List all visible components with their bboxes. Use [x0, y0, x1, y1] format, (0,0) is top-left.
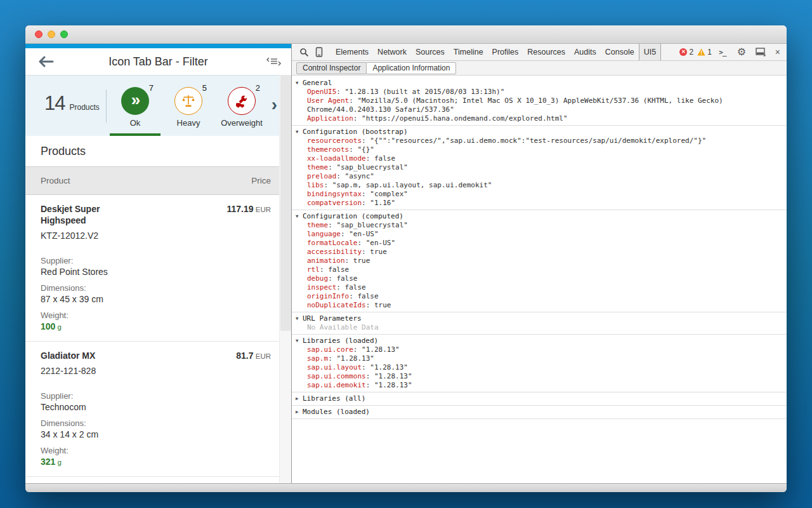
property-value: "https://openui5.hana.ondemand.com/explo…	[362, 114, 568, 123]
property-value: true	[370, 248, 387, 256]
section-header[interactable]: ▼Configuration (computed)	[292, 211, 787, 221]
property-value: "1.28.13"	[374, 372, 412, 380]
error-count-badge[interactable]: ✕ 2	[679, 48, 693, 57]
property-row: sap.ui.commons: "1.28.13"	[292, 372, 787, 381]
price-amount: 117.19	[226, 204, 253, 214]
section-header[interactable]: ▼Configuration (bootstrap)	[292, 127, 787, 137]
table-column-headers: Product Price	[25, 166, 291, 195]
close-devtools-button[interactable]: ×	[773, 47, 783, 57]
error-count: 2	[689, 48, 693, 57]
section-configuration-bootstrap: ▼Configuration (bootstrap)resourceroots:…	[292, 126, 787, 210]
property-value: "1.16"	[370, 199, 395, 207]
property-row: rtl: false	[292, 265, 787, 274]
property-key: preload	[307, 172, 336, 180]
back-button[interactable]	[38, 54, 56, 69]
device-mode-button[interactable]	[312, 46, 326, 58]
section-header[interactable]: ▶Libraries (all)	[292, 394, 787, 403]
property-row: compatversion: "1.16"	[292, 199, 787, 208]
devtools-tab-network[interactable]: Network	[373, 44, 411, 60]
property-row: Application: "https://openui5.hana.ondem…	[292, 114, 787, 123]
property-colon: :	[345, 257, 353, 265]
devtools-tab-sources[interactable]: Sources	[411, 44, 449, 60]
devtools-tabs: ElementsNetworkSourcesTimelineProfilesRe…	[331, 44, 661, 60]
product-list-item[interactable]: Deskjet Super Highspeed117.19 EURKTZ-120…	[25, 195, 291, 342]
warning-count-badge[interactable]: 1	[697, 48, 712, 57]
app-scrollbar-thumb[interactable]	[280, 75, 291, 331]
filter-tab-ok[interactable]: »7Ok	[108, 76, 162, 136]
property-key: User Agent	[307, 97, 349, 105]
section-title: Modules (loaded)	[303, 408, 370, 416]
weight-label: Weight:	[41, 445, 271, 456]
devtools-tab-timeline[interactable]: Timeline	[449, 44, 488, 60]
zoom-window-button[interactable]	[60, 30, 68, 38]
property-colon: :	[362, 137, 370, 145]
toggle-console-drawer-button[interactable]: >_	[716, 46, 730, 58]
inspect-element-button[interactable]	[297, 46, 311, 58]
filter-tab-all-products[interactable]: 14 Products	[44, 92, 100, 115]
dimensions-value: 34 x 14 x 2 cm	[41, 429, 271, 441]
devtools-tab-profiles[interactable]: Profiles	[488, 44, 523, 60]
property-colon: :	[324, 181, 332, 189]
dimensions-label: Dimensions:	[41, 418, 271, 429]
property-key: sap.ui.commons	[307, 372, 366, 380]
property-row: User Agent: "Mozilla/5.0 (Macintosh; Int…	[292, 97, 787, 114]
minimize-window-button[interactable]	[48, 30, 55, 38]
product-list: Deskjet Super Highspeed117.19 EURKTZ-120…	[25, 195, 291, 483]
property-key: Application	[307, 114, 353, 123]
devtools-tab-elements[interactable]: Elements	[331, 44, 373, 60]
devtools-tab-resources[interactable]: Resources	[523, 44, 570, 60]
property-key: inspect	[307, 283, 336, 291]
dock-side-button[interactable]	[754, 46, 768, 58]
disclosure-triangle-icon: ▶	[296, 394, 303, 403]
property-value: "en-US"	[366, 239, 395, 247]
property-colon: :	[366, 381, 374, 389]
hide-show-panel-button[interactable]	[265, 55, 282, 69]
scale-icon	[181, 93, 196, 109]
section-header[interactable]: ▼General	[292, 78, 787, 88]
close-window-button[interactable]	[35, 30, 43, 38]
section-header[interactable]: ▶Modules (loaded)	[292, 407, 787, 417]
product-list-item[interactable]: Gladiator MX81.7 EUR2212-121-828Supplier…	[25, 342, 291, 477]
property-value: "Mozilla/5.0 (Macintosh; Intel Mac OS X …	[307, 97, 723, 114]
subtab-application-information[interactable]: Application Information	[366, 62, 456, 74]
property-key: debug	[307, 274, 328, 283]
property-row: inspect: false	[292, 283, 787, 292]
property-colon: :	[349, 145, 357, 154]
app-scrollbar-track[interactable]	[279, 75, 291, 483]
property-colon: :	[366, 154, 374, 163]
tab-scroll-right-button[interactable]: ›	[272, 95, 277, 114]
property-colon: :	[362, 199, 370, 207]
list-header: Products	[25, 136, 291, 166]
section-modules-loaded: ▶Modules (loaded)	[292, 406, 787, 419]
devtools-tab-ui5[interactable]: UI5	[639, 44, 661, 60]
application-information-content: ▼GeneralOpenUI5: "1.28.13 (built at 2015…	[292, 76, 787, 483]
filter-tab-overweight[interactable]: 2Overweight	[215, 76, 268, 136]
disclosure-triangle-icon: ▼	[296, 78, 303, 88]
section-libraries-loaded: ▼Libraries (loaded)sap.ui.core: "1.28.13…	[292, 335, 787, 392]
property-key: theme	[307, 163, 328, 171]
property-colon: :	[362, 248, 370, 256]
property-row: OpenUI5: "1.28.13 (built at 2015/08/03 1…	[292, 88, 787, 97]
dimensions-label: Dimensions:	[41, 283, 271, 293]
section-title: Libraries (loaded)	[303, 337, 378, 345]
filter-tab-heavy[interactable]: 5Heavy	[162, 76, 215, 136]
double-chevron-icon: »	[131, 91, 139, 108]
devtools-tab-audits[interactable]: Audits	[570, 44, 601, 60]
property-row: xx-loadallmode: false	[292, 154, 787, 163]
property-key: sap.m	[307, 354, 328, 363]
disclosure-triangle-icon: ▶	[296, 407, 303, 417]
property-value: "1.28.13"	[370, 363, 408, 371]
subtab-control-inspector[interactable]: Control Inspector	[296, 62, 367, 74]
devtools-settings-button[interactable]: ⚙	[735, 46, 749, 58]
tab-separator	[106, 90, 107, 123]
property-value: false	[374, 154, 395, 163]
devtools-tab-console[interactable]: Console	[601, 44, 639, 60]
filter-count-badge: 7	[149, 83, 154, 93]
property-key: formatLocale	[307, 239, 357, 247]
section-header[interactable]: ▼Libraries (loaded)	[292, 336, 787, 345]
magnifier-icon	[299, 48, 309, 57]
property-row: theme: "sap_bluecrystal"	[292, 163, 787, 172]
section-header[interactable]: ▼URL Parameters	[292, 314, 787, 323]
property-row: themeroots: "{}"	[292, 145, 787, 154]
property-key: libs	[307, 181, 324, 189]
